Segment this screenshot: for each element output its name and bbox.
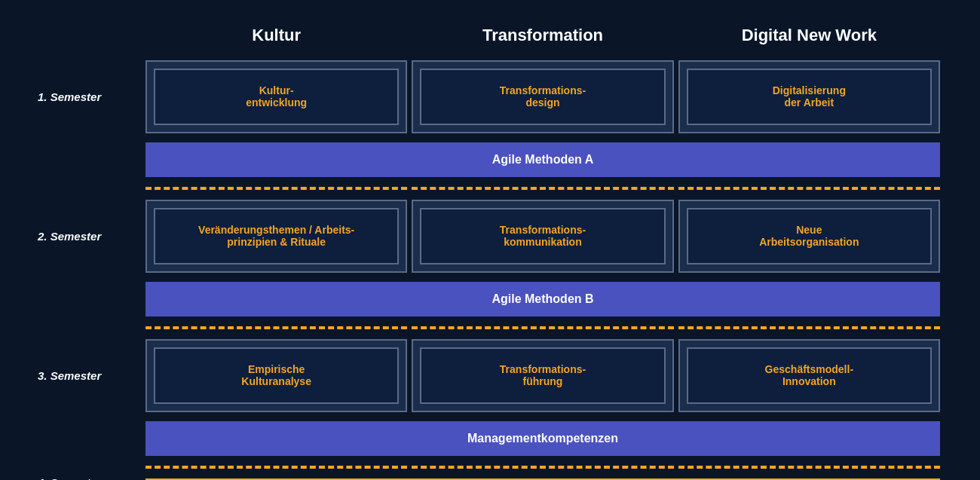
agile-empty-2 [38,280,143,319]
dashed-line-1c [678,187,940,190]
dashed-line-2b [412,326,673,329]
divider-empty-2 [38,323,143,332]
dashed-divider-3 [38,463,942,472]
semester-2-section: 2. Semester Veränderungsthemen / Arbeits… [38,197,942,319]
semester-3-label: 3. Semester [38,369,143,382]
semester-2-module-3: NeueArbeitsorganisation [678,200,940,273]
transformationsfuhrung-box: Transformations-führung [420,347,665,404]
agile-methoden-a-row: Agile Methoden A [38,140,942,179]
semester-1-module-1: Kultur-entwicklung [145,60,407,133]
header-transformation: Transformation [409,22,675,49]
dashed-divider-2 [38,323,942,332]
empirische-box: EmpirischeKulturanalyse [154,347,399,404]
divider-empty-3 [38,463,143,472]
agile-methoden-a-box: Agile Methoden A [145,142,940,177]
dashed-line-1a [145,187,407,190]
divider-empty-1 [38,184,143,193]
dashed-line-2a [145,326,407,329]
semester-3-modules-row: 3. Semester EmpirischeKulturanalyse Tran… [38,337,942,414]
dashed-line-3a [145,466,407,469]
dashed-divider-1 [38,184,942,193]
semester-4-section: 4. Semester Master Thesis [38,476,942,481]
header-empty [38,22,143,49]
dashed-line-3c [678,466,940,469]
veranderungsthemen-box: Veränderungsthemen / Arbeits-prinzipien … [154,208,399,264]
kulturentwicklung-box: Kultur-entwicklung [154,69,399,125]
semester-3-module-1: EmpirischeKulturanalyse [145,339,407,412]
dashed-line-2c [678,326,940,329]
semester-2-modules-row: 2. Semester Veränderungsthemen / Arbeits… [38,197,942,275]
header-kultur: Kultur [143,22,409,49]
semester-4-label: 4. Semester [38,476,143,481]
header-row: Kultur Transformation Digital New Work [38,22,942,49]
managementkompetenzen-box: Managementkompetenzen [145,421,940,456]
semester-1-label: 1. Semester [38,90,143,103]
main-container: Kultur Transformation Digital New Work 1… [23,14,957,466]
agile-empty-3 [38,419,143,458]
semester-2-module-1: Veränderungsthemen / Arbeits-prinzipien … [145,200,407,273]
transformationsdesign-box: Transformations-design [420,69,665,125]
semester-1-section: 1. Semester Kultur-entwicklung Transform… [38,58,942,179]
transformationskommunikation-box: Transformations-kommunikation [420,208,665,264]
neue-arbeitsorganisation-box: NeueArbeitsorganisation [687,208,932,264]
managementkompetenzen-row: Managementkompetenzen [38,419,942,458]
semester-3-section: 3. Semester EmpirischeKulturanalyse Tran… [38,337,942,458]
semester-2-module-2: Transformations-kommunikation [412,200,673,273]
semester-3-module-3: Geschäftsmodell-Innovation [678,339,940,412]
semester-1-module-2: Transformations-design [412,60,673,133]
agile-empty-1 [38,140,143,179]
semester-3-module-2: Transformations-führung [412,339,673,412]
agile-methoden-b-box: Agile Methoden B [145,282,940,316]
header-digital: Digital New Work [676,22,942,49]
dashed-line-1b [412,187,673,190]
geschaftsmodell-box: Geschäftsmodell-Innovation [687,347,932,404]
digitalisierung-box: Digitalisierungder Arbeit [687,69,932,125]
semester-1-modules-row: 1. Semester Kultur-entwicklung Transform… [38,58,942,136]
semester-2-label: 2. Semester [38,230,143,243]
agile-methoden-b-row: Agile Methoden B [38,280,942,319]
semester-1-module-3: Digitalisierungder Arbeit [678,60,940,133]
dashed-line-3b [412,466,673,469]
